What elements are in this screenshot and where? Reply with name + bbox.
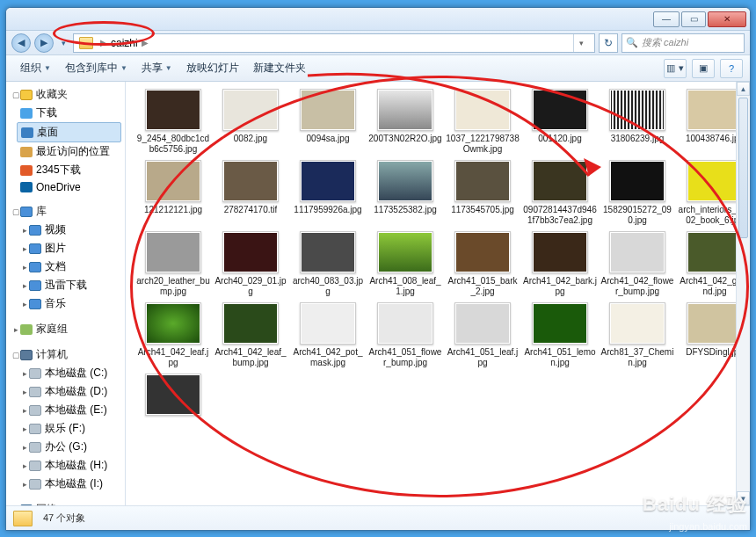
slideshow-button[interactable]: 放映幻灯片	[179, 55, 246, 81]
sidebar-item-drive-f[interactable]: ▸娱乐 (F:)	[6, 419, 125, 438]
file-name: Arch41_051_leaf.jpg	[446, 347, 520, 368]
libraries-header[interactable]: ▢库	[6, 202, 125, 221]
sidebar-item-drive-g[interactable]: ▸办公 (G:)	[6, 438, 125, 456]
file-item[interactable]: arch20_leather_bump.jpg	[136, 231, 210, 297]
file-name: Arch41_015_bark_2.jpg	[446, 276, 520, 297]
thumbnail	[609, 89, 665, 131]
maximize-button[interactable]: ▭	[681, 11, 706, 27]
sidebar-item-pictures[interactable]: ▸图片	[6, 239, 125, 258]
file-list[interactable]: 9_2454_80dbc1cdb6c5756.jpg0082.jpg0094sa…	[126, 82, 750, 505]
file-name: Arch41_042_leaf_bump.jpg	[214, 347, 287, 368]
file-item[interactable]: Arch40_029_01.jpg	[214, 231, 287, 297]
file-item[interactable]: Arch41_008_leaf_1.jpg	[368, 231, 442, 297]
file-item[interactable]: 1173545705.jpg	[446, 160, 520, 226]
file-item[interactable]: Arch41_042_bark.jpg	[523, 231, 597, 297]
share-menu[interactable]: 共享▼	[134, 55, 179, 81]
file-item[interactable]: Arch81_37_Chemin.jpg	[600, 302, 674, 368]
include-in-library-menu[interactable]: 包含到库中▼	[58, 55, 134, 81]
sidebar-item-music[interactable]: ▸音乐	[6, 294, 125, 313]
path-separator-icon: ▶	[97, 38, 111, 47]
search-icon: 🔍	[626, 37, 638, 48]
forward-button[interactable]: ▶	[34, 33, 54, 53]
file-item[interactable]: 278274170.tif	[214, 160, 287, 226]
sidebar-item-drive-c[interactable]: ▸本地磁盘 (C:)	[6, 364, 125, 382]
path-box[interactable]: ▶ caizhi ▶ ▾	[73, 33, 595, 53]
file-name: 0094sa.jpg	[307, 134, 350, 144]
file-item[interactable]: 09072814437d9461f7bb3c7ea2.jpg	[523, 160, 597, 226]
file-item[interactable]: 001120.jpg	[523, 89, 597, 155]
homegroup-header[interactable]: ▸家庭组	[6, 320, 125, 338]
file-item[interactable]: 1173525382.jpg	[368, 160, 442, 226]
file-item[interactable]: 0082.jpg	[214, 89, 287, 155]
file-item[interactable]: Arch41_051_flower_bump.jpg	[368, 302, 442, 368]
scroll-thumb[interactable]	[738, 98, 748, 238]
thumbnail	[300, 231, 356, 273]
search-input[interactable]: 🔍 搜索 caizhi	[622, 33, 745, 53]
file-name: Arch41_042_flower_bump.jpg	[600, 276, 674, 297]
file-item[interactable]: Arch41_051_leaf.jpg	[446, 302, 520, 368]
history-dropdown[interactable]: ▾	[57, 35, 69, 51]
sidebar-item-drive-d[interactable]: ▸本地磁盘 (D:)	[6, 382, 125, 401]
sidebar-item-videos[interactable]: ▸视频	[6, 221, 125, 239]
sidebar-item-desktop[interactable]: 桌面	[17, 122, 121, 142]
file-item[interactable]: 1037_1221798738Owmk.jpg	[446, 89, 520, 155]
favorites-header[interactable]: ▢收藏夹	[6, 85, 125, 104]
organize-menu[interactable]: 组织▼	[13, 55, 58, 81]
path-dropdown[interactable]: ▾	[573, 34, 589, 52]
file-name: Arch41_051_lemon.jpg	[523, 347, 597, 368]
computer-header[interactable]: ▢计算机	[6, 345, 125, 364]
sidebar-item-downloads[interactable]: 下载	[6, 104, 125, 122]
scroll-up-button[interactable]: ▲	[737, 82, 750, 96]
onedrive-icon	[20, 182, 33, 192]
vertical-scrollbar[interactable]: ▲ ▼	[736, 82, 750, 505]
homegroup-icon	[20, 324, 33, 335]
sidebar-item-drive-h[interactable]: ▸本地磁盘 (H:)	[6, 456, 125, 475]
scroll-down-button[interactable]: ▼	[737, 491, 750, 505]
search-placeholder: 搜索 caizhi	[642, 36, 688, 49]
back-button[interactable]: ◀	[11, 33, 31, 53]
file-name: Arch41_042_pot_mask.jpg	[291, 347, 365, 368]
sidebar-item-documents[interactable]: ▸文档	[6, 258, 125, 276]
sidebar-item-drive-i[interactable]: ▸本地磁盘 (I:)	[6, 475, 125, 493]
sidebar-item-onedrive[interactable]: OneDrive	[6, 179, 125, 195]
file-item[interactable]: 0094sa.jpg	[291, 89, 365, 155]
thumbnail	[532, 89, 588, 131]
document-icon	[29, 262, 41, 272]
preview-pane-button[interactable]: ▣	[692, 59, 715, 78]
sidebar-item-drive-e[interactable]: ▸本地磁盘 (E:)	[6, 401, 125, 419]
thumbnail	[609, 231, 665, 273]
thumbnail	[377, 302, 433, 345]
new-folder-button[interactable]: 新建文件夹	[246, 55, 313, 81]
file-item[interactable]: 200T3N02R2O.jpg	[368, 89, 442, 155]
view-options-button[interactable]: ▥ ▾	[664, 59, 687, 78]
minimize-button[interactable]: —	[653, 11, 680, 27]
video-icon	[29, 225, 41, 236]
file-item[interactable]: Arch41_015_bark_2.jpg	[446, 231, 520, 297]
file-name: 9_2454_80dbc1cdb6c5756.jpg	[136, 134, 210, 155]
file-item[interactable]: 1117959926a.jpg	[291, 160, 365, 226]
file-item[interactable]	[136, 374, 210, 418]
file-item[interactable]: Arch41_042_pot_mask.jpg	[291, 302, 365, 368]
refresh-button[interactable]: ↻	[599, 33, 618, 53]
file-item[interactable]: Arch41_051_lemon.jpg	[523, 302, 597, 368]
file-name: Arch40_029_01.jpg	[214, 276, 287, 297]
file-item[interactable]: 31806239.jpg	[600, 89, 674, 155]
help-button[interactable]: ?	[720, 59, 743, 78]
download-icon	[20, 108, 33, 119]
computer-icon	[20, 350, 33, 360]
drive-icon	[29, 479, 41, 490]
file-item[interactable]: Arch41_042_flower_bump.jpg	[600, 231, 674, 297]
sidebar-item-2345[interactable]: 2345下载	[6, 161, 125, 179]
file-item[interactable]: Arch41_042_leaf_bump.jpg	[214, 302, 287, 368]
file-item[interactable]: 121212121.jpg	[136, 160, 210, 226]
file-item[interactable]: 9_2454_80dbc1cdb6c5756.jpg	[136, 89, 210, 155]
drive-icon	[29, 405, 41, 416]
explorer-body: ▢收藏夹 下载 桌面 最近访问的位置 2345下载 OneDrive ▢库 ▸视…	[6, 82, 750, 505]
folder-icon	[13, 511, 33, 526]
file-item[interactable]: Arch41_042_leaf.jpg	[136, 302, 210, 368]
close-button[interactable]: ✕	[708, 11, 746, 27]
file-item[interactable]: arch40_083_03.jpg	[291, 231, 365, 297]
file-item[interactable]: 15829015272_090.jpg	[600, 160, 674, 226]
sidebar-item-recent[interactable]: 最近访问的位置	[6, 142, 125, 161]
sidebar-item-xunlei[interactable]: ▸迅雷下载	[6, 276, 125, 294]
